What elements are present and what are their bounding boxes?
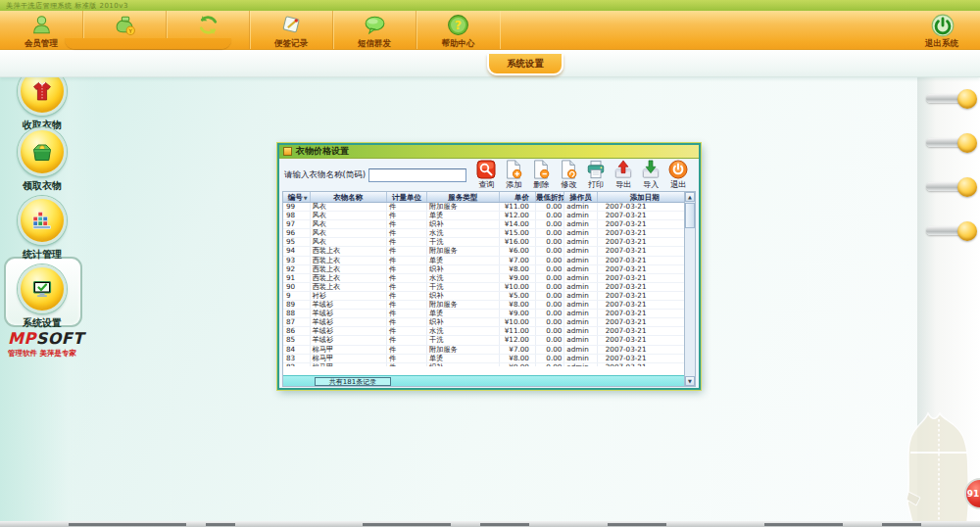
sidebar-item-statistics[interactable]: 统计管理 [0,196,84,262]
table-row[interactable]: 94西装上衣件附加服务¥6.000.00admin2007-03-21 [283,247,684,256]
add-button[interactable]: 添加 [502,160,525,190]
toolbar-item-note-records[interactable]: 便签记录 [250,11,333,49]
column-header[interactable]: 计量单位 [387,192,427,202]
button-label: 删除 [533,179,549,190]
toolbar-item-label: 便签记录 [274,38,308,50]
table-row[interactable]: 92西装上衣件织补¥8.000.00admin2007-03-21 [283,265,684,274]
column-header[interactable]: 操作员 [564,192,597,202]
table-row[interactable]: 99风衣件附加服务¥11.000.00admin2007-03-21 [283,203,684,212]
table-cell: 2007-03-21 [598,292,684,300]
toolbar-exit-button[interactable]: 退出系统 [911,13,972,50]
table-cell: 94 [283,247,311,255]
table-cell: 件 [387,327,427,335]
table-cell: 附加服务 [427,346,499,354]
table-cell: 2007-03-21 [598,257,684,264]
export-button[interactable]: 导出 [612,160,635,190]
column-header[interactable]: 单价 [500,192,536,202]
table-cell: 99 [283,203,311,211]
member-icon [29,13,54,37]
table-cell: 水洗 [427,229,499,237]
scroll-up-icon[interactable]: ▲ [685,192,695,202]
scrollbar[interactable]: ▲ ▼ [684,192,695,386]
sidebar-item-label: 统计管理 [23,248,62,262]
table-row[interactable]: 93西装上衣件单烫¥7.000.00admin2007-03-21 [283,257,684,265]
sidebar-item-label: 领取衣物 [23,179,62,193]
table-row[interactable]: 91西装上衣件水洗¥9.000.00admin2007-03-21 [283,274,684,283]
scroll-down-icon[interactable]: ▼ [685,376,695,386]
table-row[interactable]: 98风衣件单烫¥12.000.00admin2007-03-21 [283,212,684,220]
table-cell: ¥11.00 [500,327,536,335]
table-cell: 87 [283,318,311,326]
table-cell: 件 [387,355,427,362]
table-cell: admin [564,247,597,255]
table-cell: 0.00 [536,318,564,326]
table-row[interactable]: 9衬衫件织补¥5.000.00admin2007-03-21 [283,292,684,301]
column-header[interactable]: 最低折扣 [536,192,564,202]
toolbar-item-help-center[interactable]: ? 帮助中心 [416,11,500,49]
column-header[interactable]: 衣物名称 [311,192,387,202]
table-cell: 件 [387,203,427,211]
table-row[interactable]: 96风衣件水洗¥15.000.00admin2007-03-21 [283,229,684,238]
table-cell: 95 [283,238,311,246]
table-row[interactable]: 95风衣件干洗¥16.000.00admin2007-03-21 [283,238,684,247]
import-button[interactable]: 导入 [639,160,662,190]
exit-button[interactable]: 退出 [666,160,690,190]
table-cell: 件 [387,363,427,366]
page-plus-icon [504,160,523,179]
sidebar-item-pickup-clothes[interactable]: 领取衣物 [0,127,84,193]
table-cell: 附加服务 [427,301,499,309]
table-cell: ¥6.00 [500,247,536,255]
table-cell: 0.00 [536,265,564,273]
table-cell: 件 [387,257,427,264]
table-row[interactable]: 90西装上衣件干洗¥10.000.00admin2007-03-21 [283,283,684,292]
sidebar-item-system-settings[interactable]: 系统设置 [0,264,84,330]
table-cell: 0.00 [536,292,564,300]
help-icon: ? [446,13,470,37]
button-label: 退出 [670,179,686,190]
dialog-titlebar[interactable]: 衣物价格设置 [279,145,699,159]
mpsoft-logo: MPSOFT 管理软件 美萍是专家 [8,329,116,359]
table-cell: 2007-03-21 [598,318,684,326]
delete-button[interactable]: 删除 [529,160,553,190]
table-cell: 2007-03-21 [598,301,684,309]
table-cell: 件 [387,346,427,354]
table-header: 编号▼衣物名称计量单位服务类型单价最低折扣操作员添加日期 [283,192,684,203]
column-header[interactable]: 编号▼ [283,192,311,202]
table-row[interactable]: 85羊绒衫件干洗¥12.000.00admin2007-03-21 [283,336,684,345]
table-row[interactable]: 87羊绒衫件织补¥10.000.00admin2007-03-21 [283,318,684,327]
table-row[interactable]: 86羊绒衫件水洗¥11.000.00admin2007-03-21 [283,327,684,336]
table-cell: 9 [283,292,311,300]
scrollbar-thumb[interactable] [685,203,695,228]
button-label: 导入 [643,179,659,190]
column-header[interactable]: 添加日期 [598,192,684,202]
table-row[interactable]: 97风衣件织补¥14.000.00admin2007-03-21 [283,220,684,229]
magnifier-icon [476,160,496,179]
table-cell: 织补 [427,318,499,326]
table-cell: 0.00 [536,220,564,228]
print-button[interactable]: 打印 [584,160,608,190]
table-row[interactable]: 82棉马甲件织补¥9.000.00admin2007-03-21 [283,363,684,366]
toolbar-item-sms-broadcast[interactable]: 短信群发 [333,11,416,49]
table-cell: ¥12.00 [500,212,536,219]
column-header[interactable]: 服务类型 [427,192,500,202]
clothing-price-dialog: 衣物价格设置 请输入衣物名称(简码) 查询 添加 删除 修改 打 [277,143,701,390]
clothing-name-input[interactable] [368,168,466,182]
modify-button[interactable]: 修改 [557,160,580,190]
button-label: 修改 [561,179,576,190]
table-row[interactable]: 89羊绒衫件附加服务¥8.000.00admin2007-03-21 [283,301,684,310]
table-cell: 羊绒衫 [311,301,387,309]
table-row[interactable]: 84棉马甲件附加服务¥7.000.00admin2007-03-21 [283,346,684,355]
taskbar-remnant [0,521,980,527]
table-cell: ¥8.00 [500,355,536,362]
table-cell: 93 [283,257,311,264]
table-cell: 西装上衣 [311,247,387,255]
query-button[interactable]: 查询 [474,160,498,190]
note-icon [279,13,304,37]
table-cell: 96 [283,229,311,237]
table-row[interactable]: 88羊绒衫件单烫¥9.000.00admin2007-03-21 [283,310,684,318]
table-cell: admin [564,301,597,309]
table-row[interactable]: 83棉马甲件单烫¥8.000.00admin2007-03-21 [283,355,684,363]
button-label: 查询 [478,179,494,190]
tab-system-settings[interactable]: 系统设置 [487,54,564,75]
search-label: 请输入衣物名称(简码) [284,169,366,181]
